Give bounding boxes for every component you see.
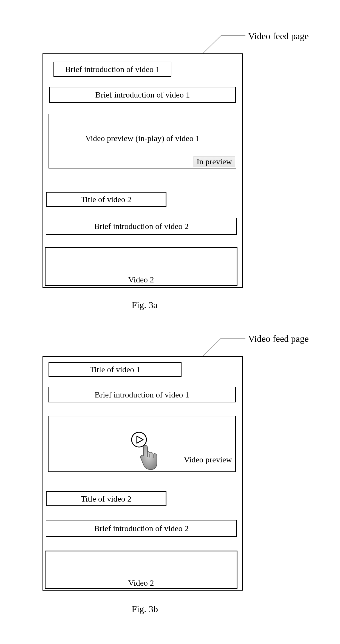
svg-marker-5 [137, 436, 143, 443]
intro2-text-b: Brief introduction of video 2 [94, 524, 189, 533]
video2-box-b[interactable]: Video 2 [45, 551, 237, 589]
fig-caption-b: Fig. 3b [132, 604, 158, 614]
leader-line-b [0, 0, 340, 383]
preview-box-b[interactable]: Video preview [48, 416, 236, 472]
title2-box-b: Title of video 2 [46, 491, 166, 506]
intro1-text-b: Brief introduction of video 1 [95, 390, 189, 399]
svg-line-3 [203, 338, 221, 356]
title1-text-b: Title of video 1 [90, 365, 140, 374]
hand-pointer-icon [135, 443, 160, 473]
video-preview-label: Video preview [184, 455, 232, 464]
title1-box-b: Title of video 1 [49, 362, 182, 377]
title2-text-b: Title of video 2 [81, 494, 132, 503]
page: Video feed page Brief introduction of vi… [0, 0, 340, 644]
intro2-box-b: Brief introduction of video 2 [46, 520, 237, 537]
intro1-box-b: Brief introduction of video 1 [48, 387, 236, 402]
video2-text-b: Video 2 [128, 578, 154, 588]
